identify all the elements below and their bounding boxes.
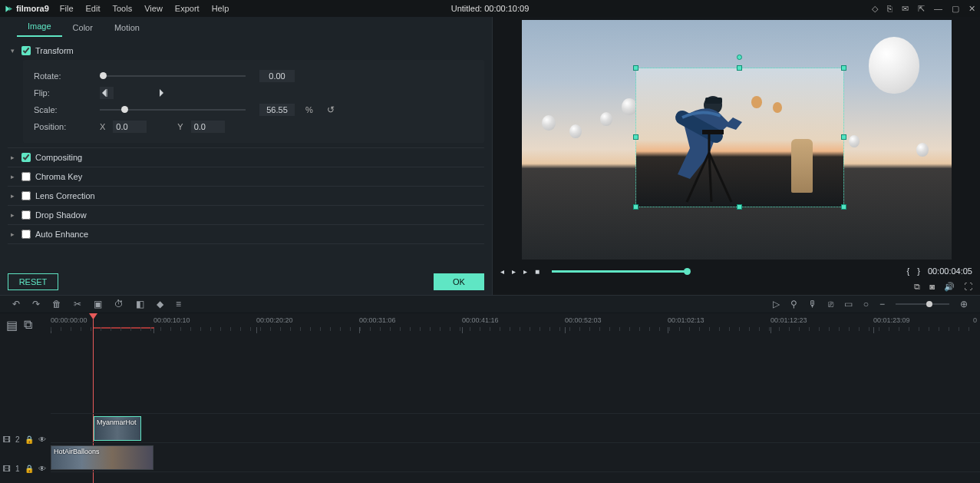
position-x-input[interactable] [113, 121, 147, 133]
next-frame-button[interactable]: ▸ [523, 267, 527, 276]
redo-icon[interactable]: ↷ [32, 299, 40, 309]
flip-vertical-button[interactable] [152, 87, 166, 99]
prev-frame-button[interactable]: ◂ [500, 267, 504, 276]
link-icon[interactable]: ⧉ [24, 318, 32, 332]
chevron-down-icon: ▾ [11, 47, 17, 55]
close-button[interactable]: ✕ [968, 4, 975, 14]
track-lock-icon[interactable]: 🔒 [25, 465, 34, 473]
tab-motion[interactable]: Motion [104, 18, 150, 37]
timeline-mode-icon[interactable]: ▤ [6, 318, 18, 332]
menu-view[interactable]: View [144, 4, 163, 13]
properties-panel: Image Color Motion ▾ Transform Rotate: [0, 17, 493, 295]
maximize-button[interactable]: ▢ [952, 4, 959, 14]
play-button[interactable]: ▸ [512, 267, 516, 276]
menu-edit[interactable]: Edit [86, 4, 101, 13]
timeline-ruler[interactable]: 00:00:00:00 00:00:10:10 00:00:20:20 00:0… [51, 313, 980, 336]
keyframe-icon[interactable]: ◆ [157, 299, 163, 309]
scale-reset-icon[interactable]: ↺ [327, 104, 335, 115]
lens-correction-checkbox[interactable] [21, 191, 31, 200]
section-transform-header[interactable]: ▾ Transform [11, 46, 484, 55]
resize-handle-se[interactable] [841, 204, 846, 210]
auto-enhance-checkbox[interactable] [21, 230, 31, 239]
voiceover-icon[interactable]: 🎙 [808, 299, 817, 309]
transform-selection[interactable] [635, 68, 844, 207]
resize-handle-nw[interactable] [633, 65, 638, 71]
section-compositing-header[interactable]: ▸ Compositing [11, 153, 484, 162]
color-icon[interactable]: ◧ [136, 299, 144, 309]
snapshot-icon[interactable]: ◙ [929, 282, 935, 291]
decor-balloon [869, 37, 919, 94]
tab-image[interactable]: Image [17, 17, 62, 37]
ruler-tick: 00:00:52:03 [565, 316, 602, 324]
resize-handle-sw[interactable] [633, 204, 638, 210]
track-visibility-icon[interactable]: 👁 [38, 435, 46, 444]
menu-help[interactable]: Help [212, 4, 229, 13]
stop-button[interactable]: ■ [535, 267, 539, 276]
drop-shadow-checkbox[interactable] [21, 210, 31, 220]
position-y-input[interactable] [191, 121, 225, 133]
section-chroma-key-header[interactable]: ▸ Chroma Key [11, 172, 484, 181]
track-visibility-icon[interactable]: 👁 [38, 465, 46, 473]
pin-icon[interactable]: ⇱ [918, 4, 925, 14]
settings-icon[interactable]: ○ [863, 299, 869, 309]
mixer-icon[interactable]: ⎚ [828, 299, 833, 309]
volume-icon[interactable]: 🔊 [944, 282, 955, 292]
clip-trim-handle[interactable] [140, 417, 141, 440]
track-lock-icon[interactable]: 🔒 [25, 435, 34, 444]
transform-checkbox[interactable] [21, 46, 31, 55]
delete-icon[interactable]: 🗑 [52, 299, 61, 309]
track-number: 2 [15, 435, 20, 444]
quality-icon[interactable]: ⧉ [914, 282, 920, 292]
ok-button[interactable]: OK [434, 273, 484, 290]
split-icon[interactable]: ✂ [74, 299, 81, 309]
preview-scrubber[interactable] [552, 270, 687, 273]
menu-tools[interactable]: Tools [113, 4, 133, 13]
resize-handle-w[interactable] [633, 134, 638, 140]
zoom-slider[interactable] [896, 303, 949, 305]
marker-icon[interactable]: ⚲ [790, 299, 797, 309]
resize-handle-n[interactable] [737, 65, 742, 71]
chevron-right-icon: ▸ [11, 230, 17, 238]
rotate-slider[interactable] [100, 75, 246, 77]
more-icon[interactable]: ≡ [176, 299, 181, 309]
track-header-2[interactable]: 🎞 2 🔒 👁 [0, 425, 51, 454]
user-icon[interactable]: ◇ [872, 4, 878, 14]
zoom-fit-icon[interactable]: ⊕ [960, 299, 968, 309]
scale-slider[interactable] [100, 109, 246, 111]
resize-handle-e[interactable] [841, 134, 846, 140]
crop-icon[interactable]: ▣ [94, 299, 102, 309]
preview-canvas[interactable] [522, 20, 952, 260]
section-drop-shadow-header[interactable]: ▸ Drop Shadow [11, 210, 484, 220]
section-auto-enhance-header[interactable]: ▸ Auto Enhance [11, 230, 484, 239]
scale-value[interactable] [259, 104, 295, 116]
speed-icon[interactable]: ⏱ [114, 299, 124, 309]
rotate-handle[interactable] [737, 55, 742, 60]
timeline-clip[interactable]: MyanmarHot [94, 416, 141, 441]
rotate-value[interactable] [259, 70, 295, 82]
timeline-tracks-area[interactable]: 00:00:00:00 00:00:10:10 00:00:20:20 00:0… [51, 313, 980, 483]
compositing-checkbox[interactable] [21, 153, 31, 162]
zoom-out-icon[interactable]: − [879, 299, 885, 309]
track-film-icon: 🎞 [3, 435, 11, 444]
section-lens-correction-header[interactable]: ▸ Lens Correction [11, 191, 484, 200]
mark-out-button[interactable]: } [917, 266, 920, 276]
mark-in-button[interactable]: { [907, 266, 910, 276]
resize-handle-ne[interactable] [841, 65, 846, 71]
render-icon[interactable]: ▷ [773, 299, 780, 309]
timeline-clip[interactable]: HotAirBalloons [51, 445, 153, 470]
reset-button[interactable]: RESET [8, 273, 58, 290]
chroma-key-checkbox[interactable] [21, 172, 31, 181]
track-header-1[interactable]: 🎞 1 🔒 👁 [0, 454, 51, 483]
menu-file[interactable]: File [60, 4, 74, 13]
mail-icon[interactable]: ✉ [902, 4, 909, 14]
menu-export[interactable]: Export [175, 4, 200, 13]
track-manage-icon[interactable]: ▭ [844, 299, 853, 309]
fullscreen-icon[interactable]: ⛶ [964, 282, 972, 291]
tab-color[interactable]: Color [62, 18, 104, 37]
resize-handle-s[interactable] [737, 204, 742, 210]
track-film-icon: 🎞 [3, 465, 11, 473]
minimize-button[interactable]: — [934, 4, 942, 13]
undo-icon[interactable]: ↶ [12, 299, 20, 309]
save-icon[interactable]: ⎘ [887, 4, 893, 13]
flip-horizontal-button[interactable] [100, 87, 114, 99]
